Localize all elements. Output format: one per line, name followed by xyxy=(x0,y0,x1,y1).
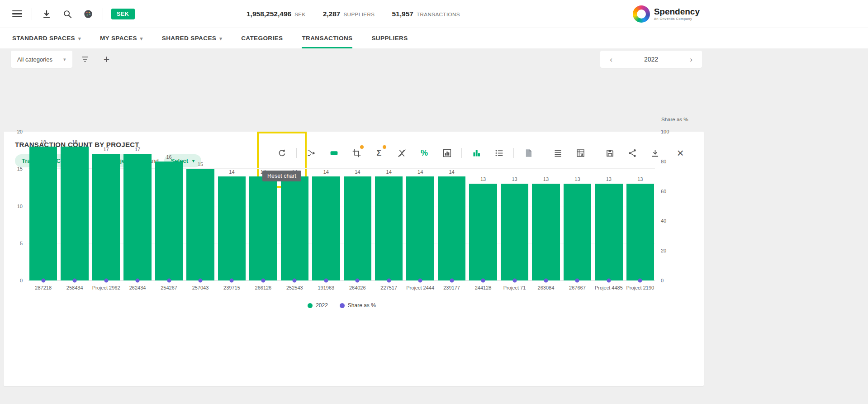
bar[interactable] xyxy=(501,184,528,280)
brand-tagline: An Onventis Company xyxy=(654,17,700,21)
bar[interactable] xyxy=(312,176,340,280)
legend-item[interactable]: 2022 xyxy=(308,302,328,309)
menu-button[interactable] xyxy=(7,4,27,24)
bar-value-label: 18 xyxy=(72,140,77,145)
bar[interactable] xyxy=(29,147,57,280)
share-percent-dot xyxy=(418,278,422,282)
bar[interactable] xyxy=(155,162,183,280)
share-percent-dot xyxy=(261,278,265,282)
bar[interactable] xyxy=(344,176,371,280)
bar-column: 17262434 xyxy=(123,132,151,280)
left-axis-tick: 10 xyxy=(17,204,23,209)
bar-column: 14239177 xyxy=(438,132,465,280)
chevron-down-icon: ▾ xyxy=(140,36,143,42)
hamburger-icon xyxy=(12,10,22,18)
bar-column: 13244128 xyxy=(469,132,497,280)
share-percent-dot xyxy=(512,278,517,282)
bar-column: 13263084 xyxy=(532,132,560,280)
bar-value-label: 16 xyxy=(166,155,171,160)
share-percent-dot xyxy=(324,278,328,282)
share-percent-dot xyxy=(356,278,360,282)
next-year-button[interactable]: › xyxy=(687,56,696,63)
main-nav: STANDARD SPACES▾MY SPACES▾SHARED SPACES▾… xyxy=(0,28,868,48)
tab-label: TRANSACTIONS xyxy=(302,35,352,42)
share-percent-dot xyxy=(575,278,579,282)
bar-column: 14252543 xyxy=(281,132,308,280)
bar[interactable] xyxy=(469,184,497,280)
bar[interactable] xyxy=(595,184,622,280)
tab-my-spaces[interactable]: MY SPACES▾ xyxy=(100,28,143,48)
category-dropdown[interactable]: All categories ▾ xyxy=(11,51,72,68)
bar[interactable] xyxy=(186,169,214,280)
x-axis-label: 252543 xyxy=(286,285,303,290)
bar-column: 14191963 xyxy=(312,132,340,280)
tab-standard-spaces[interactable]: STANDARD SPACES▾ xyxy=(12,28,81,48)
share-percent-dot xyxy=(481,278,485,282)
tab-categories[interactable]: CATEGORIES xyxy=(241,28,283,48)
spendency-logo-icon xyxy=(633,5,650,23)
filter-button[interactable] xyxy=(76,50,94,68)
tab-label: STANDARD SPACES xyxy=(12,35,75,42)
bar[interactable] xyxy=(438,176,465,280)
palette-icon xyxy=(83,9,93,19)
bar-value-label: 15 xyxy=(198,162,203,167)
bar[interactable] xyxy=(406,176,434,280)
tab-transactions[interactable]: TRANSACTIONS xyxy=(302,28,352,48)
share-percent-dot xyxy=(41,278,45,282)
currency-badge[interactable]: SEK xyxy=(111,9,135,19)
x-axis-label: 239715 xyxy=(223,285,240,290)
legend-marker-icon xyxy=(340,303,345,308)
bar-column: 14239715 xyxy=(218,132,246,280)
x-axis-label: 239177 xyxy=(443,285,460,290)
chevron-down-icon: ▾ xyxy=(78,36,81,42)
stat-label: SEK xyxy=(294,12,306,17)
tab-suppliers[interactable]: SUPPLIERS xyxy=(371,28,408,48)
bar-value-label: 13 xyxy=(480,177,486,182)
x-axis-label: 254267 xyxy=(161,285,177,290)
bar[interactable] xyxy=(281,176,308,280)
summary-stats: 1,958,252,496 SEK 2,287 SUPPLIERS 51,957… xyxy=(247,0,460,28)
add-filter-button[interactable]: + xyxy=(98,50,116,68)
stat-value: 1,958,252,496 xyxy=(247,10,291,18)
bar-column: 16254267 xyxy=(155,132,183,280)
legend-item[interactable]: Share as % xyxy=(340,302,376,309)
bar[interactable] xyxy=(626,184,654,280)
export-button[interactable] xyxy=(37,4,57,24)
x-axis-label: 227517 xyxy=(380,285,397,290)
stat-value: 51,957 xyxy=(392,10,413,18)
close-icon: × xyxy=(677,146,683,160)
bar-value-label: 14 xyxy=(449,170,454,175)
bar[interactable] xyxy=(532,184,560,280)
x-axis-label: Project 2444 xyxy=(406,285,434,290)
x-axis-label: 257043 xyxy=(192,285,209,290)
filter-icon xyxy=(81,55,90,64)
bar[interactable] xyxy=(61,147,88,280)
left-axis-tick: 15 xyxy=(17,166,23,171)
stat-suppliers: 2,287 SUPPLIERS xyxy=(323,10,375,18)
bar[interactable] xyxy=(92,154,120,280)
x-axis-label: 263084 xyxy=(538,285,555,290)
x-axis-label: Project 2962 xyxy=(92,285,120,290)
bar[interactable] xyxy=(249,176,277,280)
bar-value-label: 14 xyxy=(229,170,234,175)
bar[interactable] xyxy=(218,176,246,280)
left-axis-tick: 5 xyxy=(20,241,23,246)
legend-label: 2022 xyxy=(316,302,328,309)
tab-shared-spaces[interactable]: SHARED SPACES▾ xyxy=(162,28,222,48)
previous-year-button[interactable]: ‹ xyxy=(607,56,616,63)
theme-button[interactable] xyxy=(78,4,98,24)
chevron-down-icon: ▾ xyxy=(219,36,222,42)
plot-area: 05101520020406080100Share as %1828721818… xyxy=(28,132,655,280)
bar[interactable] xyxy=(375,176,403,280)
chevron-right-icon: › xyxy=(690,55,693,64)
bar-column: 15257043 xyxy=(186,132,214,280)
search-button[interactable] xyxy=(57,4,77,24)
close-panel-button[interactable]: × xyxy=(669,143,691,162)
share-percent-dot xyxy=(198,278,202,282)
share-percent-dot xyxy=(167,278,171,282)
left-axis-tick: 20 xyxy=(17,129,23,134)
tab-label: MY SPACES xyxy=(100,35,137,42)
bar[interactable] xyxy=(564,184,591,280)
bar[interactable] xyxy=(123,154,151,280)
chevron-left-icon: ‹ xyxy=(610,55,612,64)
